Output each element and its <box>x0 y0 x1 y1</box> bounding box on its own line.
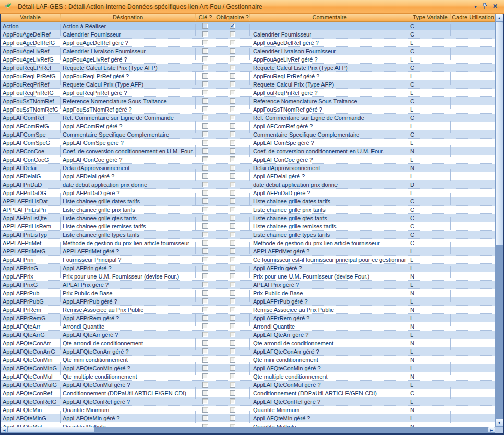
cle-checkbox[interactable] <box>202 156 208 162</box>
table-row[interactable]: AppLAFPrixGAPLAFPrix géré ?APLAFPrix gér… <box>1 281 495 289</box>
cle-checkbox[interactable] <box>202 348 208 354</box>
table-row[interactable]: AppFouReqPriRefGAppFouReqPriRef géré ?Ap… <box>1 89 495 97</box>
table-row[interactable]: AppFouReqLPrRefGAppFouReqLPrRef géré ?Ap… <box>1 72 495 80</box>
obligatoire-checkbox[interactable] <box>230 340 235 346</box>
table-row[interactable]: AppLAFPriLisQteListe chainee grille qtes… <box>1 214 495 222</box>
obligatoire-checkbox[interactable] <box>230 373 235 379</box>
scroll-down-button[interactable]: ▼ <box>495 418 503 427</box>
table-row[interactable]: AppLAFQteConRefGAppLAFQteConRef géré ?Ap… <box>1 397 495 406</box>
scroll-up-button[interactable]: ▲ <box>495 14 503 22</box>
cle-checkbox[interactable] <box>202 248 208 254</box>
table-row[interactable]: AppLAFDelaiGAppLAFDelai géré ?AppLAFDela… <box>1 172 495 180</box>
column-header-variable[interactable]: Variable <box>1 14 61 21</box>
cle-checkbox[interactable] <box>202 323 208 329</box>
table-row[interactable]: AppLAFQteConMulQte multiple conditionnem… <box>1 372 495 381</box>
obligatoire-checkbox[interactable] <box>230 90 235 95</box>
obligatoire-checkbox[interactable] <box>230 140 235 146</box>
obligatoire-checkbox[interactable] <box>230 40 235 45</box>
obligatoire-checkbox[interactable] <box>230 307 235 312</box>
cle-checkbox[interactable] <box>202 81 208 87</box>
cle-checkbox[interactable] <box>202 382 208 388</box>
table-row[interactable]: AppFouReqLPrRefRequete Calcul Liste Prix… <box>1 64 495 72</box>
dropdown-arrow-icon[interactable]: ▾ <box>474 4 477 9</box>
table-row[interactable]: AppLAFQteMulQuantite MultipleQuantite Mu… <box>1 422 495 427</box>
cle-checkbox[interactable] <box>202 190 208 196</box>
obligatoire-checkbox[interactable] <box>230 332 235 337</box>
cle-checkbox[interactable] <box>202 282 208 287</box>
table-row[interactable]: ActionAction à RéaliserC <box>1 22 495 30</box>
obligatoire-checkbox[interactable] <box>230 173 235 179</box>
table-row[interactable]: APPLAFPriLisPriListe chainee grille prix… <box>1 206 495 214</box>
cle-checkbox[interactable] <box>202 415 208 421</box>
table-row[interactable]: AppLAFPriDaDGAppLAFPriDaD géré ?AppLAFPr… <box>1 189 495 197</box>
close-icon[interactable]: ✕ <box>493 4 498 9</box>
cle-checkbox[interactable] <box>202 48 208 54</box>
obligatoire-checkbox[interactable] <box>230 357 235 362</box>
table-row[interactable]: AppLAFPrRemRemise Associee au Prix Publi… <box>1 306 495 314</box>
table-row[interactable]: AppFouAgeDelRefGAppFouAgeDelRef géré ?Ap… <box>1 39 495 47</box>
obligatoire-checkbox[interactable] <box>230 31 235 37</box>
cle-checkbox[interactable] <box>202 140 208 146</box>
cle-checkbox[interactable] <box>202 40 208 45</box>
obligatoire-checkbox[interactable] <box>230 198 235 204</box>
obligatoire-checkbox[interactable] <box>230 106 235 112</box>
obligatoire-checkbox[interactable] <box>230 148 235 154</box>
table-row[interactable]: AppLAFComSpeCommentaire Specifique Compl… <box>1 130 495 139</box>
vertical-scrollbar[interactable]: ▲ ▼ <box>495 14 503 427</box>
column-header-cadre-utilisation[interactable]: Cadre Utilisation <box>451 14 495 21</box>
cle-checkbox[interactable] <box>202 31 208 37</box>
cle-checkbox[interactable] <box>202 365 208 371</box>
obligatoire-checkbox[interactable] <box>230 257 235 262</box>
obligatoire-checkbox[interactable] <box>230 265 235 271</box>
cle-checkbox[interactable] <box>202 298 208 304</box>
table-row[interactable]: AppFouAgeLivRefGAppFouAgeLivRef géré ?Ap… <box>1 55 495 64</box>
cle-checkbox[interactable] <box>202 207 208 212</box>
table-row[interactable]: AppLAFQteConMulGAppLAFQteConMul géré ?Ap… <box>1 381 495 389</box>
horizontal-scrollbar-thumb[interactable] <box>8 427 94 433</box>
cle-checkbox[interactable] <box>202 198 208 204</box>
table-row[interactable]: AppLAFPriDaDdate debut application prix … <box>1 180 495 189</box>
cle-checkbox[interactable] <box>202 332 208 337</box>
obligatoire-checkbox[interactable] <box>230 382 235 388</box>
obligatoire-checkbox[interactable] <box>230 56 235 62</box>
obligatoire-checkbox[interactable] <box>230 73 235 79</box>
cle-checkbox[interactable] <box>202 73 208 79</box>
obligatoire-checkbox[interactable] <box>230 390 235 396</box>
table-row[interactable]: AppLAFPrPubPrix Public de BasePrix Publi… <box>1 289 495 297</box>
table-row[interactable]: AppLAFPrinGAppLAFPrin géré ?AppLAFPrin g… <box>1 264 495 272</box>
obligatoire-checkbox[interactable] <box>230 398 235 404</box>
obligatoire-checkbox[interactable] <box>230 282 235 287</box>
table-row[interactable]: AppLAFComRefGAppLAFComRef géré ?AppLAFCo… <box>1 122 495 130</box>
obligatoire-checkbox[interactable] <box>230 115 235 120</box>
cle-checkbox[interactable] <box>202 182 208 187</box>
obligatoire-checkbox[interactable] <box>230 273 235 279</box>
cle-checkbox[interactable] <box>202 307 208 312</box>
table-row[interactable]: AppLAFPrPubGAppLAFPrPub géré ?AppLAFPrPu… <box>1 297 495 306</box>
obligatoire-checkbox[interactable] <box>230 290 235 296</box>
table-row[interactable]: AppFouAgeDelRefCalendrier FournisseurCal… <box>1 30 495 39</box>
cle-checkbox[interactable] <box>202 273 208 279</box>
cle-checkbox[interactable] <box>202 223 208 229</box>
cle-checkbox[interactable] <box>202 90 208 95</box>
obligatoire-checkbox[interactable] <box>230 223 235 229</box>
cle-checkbox[interactable] <box>202 65 208 70</box>
cle-checkbox[interactable] <box>202 357 208 362</box>
table-row[interactable]: AppFouSsTNomRefReference Nomenclature So… <box>1 97 495 105</box>
obligatoire-checkbox[interactable] <box>230 182 235 187</box>
cle-checkbox[interactable] <box>202 240 208 246</box>
scroll-right-button[interactable]: ▶ <box>488 427 495 433</box>
obligatoire-checkbox[interactable] <box>230 215 235 221</box>
cle-checkbox[interactable] <box>202 373 208 379</box>
obligatoire-checkbox[interactable] <box>230 165 235 171</box>
obligatoire-checkbox[interactable] <box>230 81 235 87</box>
obligatoire-checkbox[interactable] <box>230 98 235 104</box>
table-row[interactable]: AppLAFPrRemGAppLAFPrRem géré ?AppLAFPrRe… <box>1 314 495 322</box>
obligatoire-checkbox[interactable] <box>230 248 235 254</box>
obligatoire-checkbox[interactable] <box>230 348 235 354</box>
table-row[interactable]: AppLAFComRefRef. Commentaire sur Ligne d… <box>1 114 495 122</box>
obligatoire-checkbox[interactable] <box>230 232 235 237</box>
cle-checkbox[interactable] <box>202 98 208 104</box>
table-row[interactable]: APPLAFPriMetMethode de gestion du prix l… <box>1 239 495 247</box>
table-row[interactable]: AppLAFPrinFournisseur Principal ?Ce four… <box>1 256 495 264</box>
obligatoire-checkbox[interactable] <box>230 415 235 421</box>
